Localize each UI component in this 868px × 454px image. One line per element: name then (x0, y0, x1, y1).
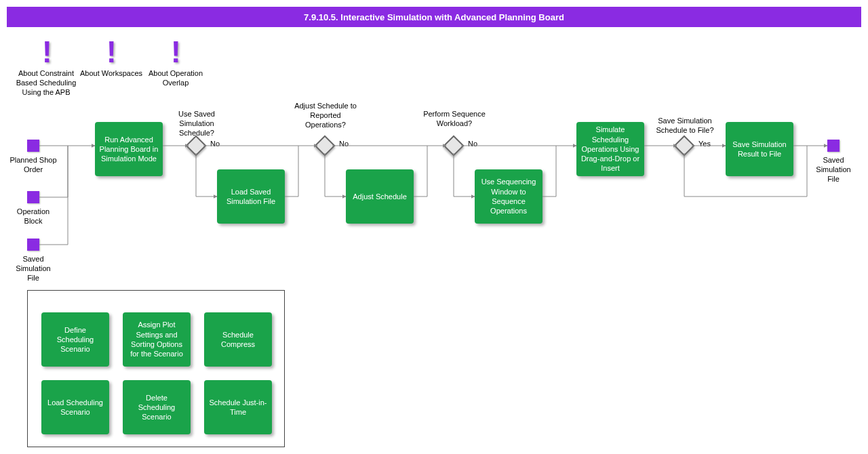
process-load-saved[interactable]: Load Saved Simulation File (217, 169, 285, 224)
start-label: Planned Shop Order (9, 156, 57, 175)
branch-label: No (210, 140, 220, 148)
decision-adjust (314, 135, 335, 156)
process-sequence[interactable]: Use Sequencing Window to Sequence Operat… (475, 169, 542, 224)
about-label: About Operation Overlap (142, 69, 210, 88)
end-label: Saved Simulation File (810, 156, 857, 184)
decision-use-saved (185, 135, 206, 156)
end-node (827, 140, 840, 152)
branch-label: No (339, 140, 349, 148)
branch-label: No (468, 140, 477, 148)
sub-process[interactable]: Assign Plot Settings and Sorting Options… (123, 312, 191, 367)
about-label: About Constraint Based Scheduling Using … (12, 69, 80, 97)
about-label: About Workspaces (77, 69, 145, 79)
diagram-canvas: 7.9.10.5. Interactive Simulation with Ad… (0, 0, 868, 454)
process-adjust[interactable]: Adjust Schedule (346, 169, 414, 224)
start-node (27, 140, 39, 152)
process-save-result[interactable]: Save Simulation Result to File (726, 122, 793, 176)
decision-perform (443, 135, 464, 156)
start-label: Saved Simulation File (9, 255, 57, 283)
sub-process[interactable]: Schedule Just-in-Time (204, 380, 272, 434)
page-title: 7.9.10.5. Interactive Simulation with Ad… (7, 7, 861, 27)
exclamation-icon: ! (42, 37, 52, 67)
process-dragdrop[interactable]: Simulate Scheduling Operations Using Dra… (576, 122, 644, 176)
decision-label: Save Simulation Schedule to File? (651, 117, 719, 136)
exclamation-icon: ! (106, 37, 117, 67)
decision-label: Use Saved Simulation Schedule? (163, 110, 231, 138)
exclamation-icon: ! (171, 37, 181, 67)
sub-process[interactable]: Schedule Compress (204, 312, 272, 367)
sub-group: Define Scheduling Scenario Assign Plot S… (27, 290, 285, 447)
branch-label: Yes (698, 140, 711, 148)
start-label: Operation Block (9, 207, 57, 226)
decision-save (673, 135, 694, 156)
sub-process[interactable]: Load Scheduling Scenario (41, 380, 109, 434)
decision-label: Adjust Schedule to Reported Operations? (292, 102, 359, 129)
start-node (27, 191, 39, 203)
process-run-apb[interactable]: Run Advanced Planning Board in Simulatio… (95, 122, 163, 176)
sub-process[interactable]: Define Scheduling Scenario (41, 312, 109, 367)
start-node (27, 239, 39, 251)
sub-process[interactable]: Delete Scheduling Scenario (123, 380, 191, 434)
decision-label: Perform Sequence Workload? (420, 110, 488, 129)
